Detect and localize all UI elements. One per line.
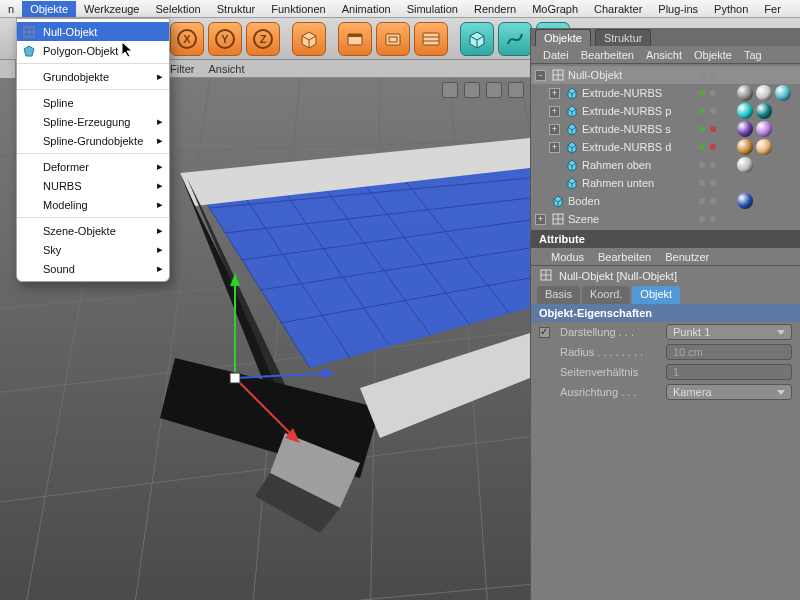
- tree-row[interactable]: Boden: [531, 192, 800, 210]
- expand-toggle[interactable]: +: [535, 214, 546, 225]
- svg-text:Y: Y: [221, 33, 229, 45]
- tree-row[interactable]: +Extrude-NURBS: [531, 84, 800, 102]
- viewport-menu-ansicht[interactable]: Ansicht: [208, 63, 244, 75]
- visibility-dots[interactable]: [699, 144, 716, 150]
- prop-darstellung[interactable]: Darstellung . . . Punkt 1: [531, 322, 800, 342]
- submenu-arrow-icon: ▸: [157, 243, 163, 256]
- visibility-dots[interactable]: [699, 90, 716, 96]
- menu-charakter[interactable]: Charakter: [586, 1, 650, 17]
- render-region-button[interactable]: [376, 22, 410, 56]
- cube-icon: [564, 157, 580, 173]
- material-tags[interactable]: [737, 121, 772, 137]
- expand-toggle[interactable]: +: [549, 88, 560, 99]
- tab-basis[interactable]: Basis: [537, 286, 580, 304]
- menu-werkzeuge[interactable]: Werkzeuge: [76, 1, 147, 17]
- tree-row[interactable]: +Extrude-NURBS p: [531, 102, 800, 120]
- menu-plug-ins[interactable]: Plug-ins: [650, 1, 706, 17]
- menu-item-grundobjekte[interactable]: Grundobjekte▸: [17, 67, 169, 86]
- menu-struktur[interactable]: Struktur: [209, 1, 264, 17]
- viewport-menu-filter[interactable]: Filter: [170, 63, 194, 75]
- menu-item-polygon-objekt[interactable]: Polygon-Objekt: [17, 41, 169, 60]
- menu-item-sound[interactable]: Sound▸: [17, 259, 169, 278]
- material-tags[interactable]: [737, 85, 791, 101]
- menu-item-null-objekt[interactable]: Null-Objekt: [17, 22, 169, 41]
- visibility-dots[interactable]: [699, 162, 716, 168]
- menu-item-szene-objekte[interactable]: Szene-Objekte▸: [17, 221, 169, 240]
- menu-item-modeling[interactable]: Modeling▸: [17, 195, 169, 214]
- om-menu-tag[interactable]: Tag: [744, 49, 762, 61]
- viewport-nav-icon[interactable]: [508, 82, 524, 98]
- visibility-dots[interactable]: [699, 198, 716, 204]
- prop-ausrichtung[interactable]: Ausrichtung . . . Kamera: [531, 382, 800, 402]
- menu-rendern[interactable]: Rendern: [466, 1, 524, 17]
- x-axis-button[interactable]: X: [170, 22, 204, 56]
- expand-toggle[interactable]: +: [549, 124, 560, 135]
- attr-menu-benutzer[interactable]: Benutzer: [665, 251, 709, 263]
- viewport-nav-icon[interactable]: [464, 82, 480, 98]
- om-menu-objekte[interactable]: Objekte: [694, 49, 732, 61]
- menu-selektion[interactable]: Selektion: [147, 1, 208, 17]
- tree-item-label: Rahmen oben: [582, 159, 651, 171]
- render-settings-button[interactable]: [414, 22, 448, 56]
- tree-row[interactable]: +Extrude-NURBS s: [531, 120, 800, 138]
- menu-simulation[interactable]: Simulation: [399, 1, 466, 17]
- tab-objekte[interactable]: Objekte: [535, 29, 591, 46]
- menu-n[interactable]: n: [0, 1, 22, 17]
- tree-item-label: Null-Objekt: [568, 69, 622, 81]
- om-menu-datei[interactable]: Datei: [543, 49, 569, 61]
- cube-icon: [550, 193, 566, 209]
- menu-funktionen[interactable]: Funktionen: [263, 1, 333, 17]
- cube-primitive-button[interactable]: [292, 22, 326, 56]
- attr-menu-bearbeiten[interactable]: Bearbeiten: [598, 251, 651, 263]
- om-menu-ansicht[interactable]: Ansicht: [646, 49, 682, 61]
- attr-menu-modus[interactable]: Modus: [551, 251, 584, 263]
- menu-fer[interactable]: Fer: [756, 1, 789, 17]
- tab-struktur[interactable]: Struktur: [595, 29, 652, 46]
- attribute-panel-header: Attribute: [531, 230, 800, 248]
- submenu-arrow-icon: ▸: [157, 179, 163, 192]
- render-button[interactable]: [338, 22, 372, 56]
- tree-row[interactable]: Rahmen unten: [531, 174, 800, 192]
- menu-animation[interactable]: Animation: [334, 1, 399, 17]
- material-tags[interactable]: [737, 103, 772, 119]
- expand-toggle[interactable]: +: [549, 142, 560, 153]
- tree-row[interactable]: +Extrude-NURBS d: [531, 138, 800, 156]
- menu-item-sky[interactable]: Sky▸: [17, 240, 169, 259]
- cube-icon: [564, 103, 580, 119]
- menu-objekte[interactable]: Objekte: [22, 1, 76, 17]
- menu-mograph[interactable]: MoGraph: [524, 1, 586, 17]
- menu-item-nurbs[interactable]: NURBS▸: [17, 176, 169, 195]
- cube-icon: [564, 85, 580, 101]
- primitive-cube-button[interactable]: [460, 22, 494, 56]
- expand-toggle[interactable]: -: [535, 70, 546, 81]
- menu-item-spline-erzeugung[interactable]: Spline-Erzeugung▸: [17, 112, 169, 131]
- tree-row[interactable]: Rahmen oben: [531, 156, 800, 174]
- attribute-object-label: Null-Objekt [Null-Objekt]: [531, 266, 800, 286]
- visibility-dots[interactable]: [699, 108, 716, 114]
- visibility-dots[interactable]: [699, 126, 716, 132]
- material-tags[interactable]: [737, 139, 772, 155]
- viewport-nav-icon[interactable]: [486, 82, 502, 98]
- z-axis-button[interactable]: Z: [246, 22, 280, 56]
- tab-objekt[interactable]: Objekt: [632, 286, 680, 304]
- tab-koord[interactable]: Koord.: [582, 286, 630, 304]
- visibility-dots[interactable]: [699, 180, 716, 186]
- spline-button[interactable]: [498, 22, 532, 56]
- menu-item-deformer[interactable]: Deformer▸: [17, 157, 169, 176]
- menu-item-spline-grundobjekte[interactable]: Spline-Grundobjekte▸: [17, 131, 169, 150]
- tree-row[interactable]: -Null-Objekt: [531, 66, 800, 84]
- tree-row[interactable]: +Szene: [531, 210, 800, 228]
- viewport-nav-icon[interactable]: [442, 82, 458, 98]
- visibility-dots[interactable]: [699, 216, 716, 222]
- y-axis-button[interactable]: Y: [208, 22, 242, 56]
- menu-python[interactable]: Python: [706, 1, 756, 17]
- object-tree[interactable]: -Null-Objekt+Extrude-NURBS+Extrude-NURBS…: [531, 64, 800, 230]
- menu-item-spline[interactable]: Spline: [17, 93, 169, 112]
- material-tags[interactable]: [737, 157, 753, 173]
- expand-toggle[interactable]: +: [549, 106, 560, 117]
- visibility-dots[interactable]: [699, 72, 716, 78]
- objekte-dropdown-menu: Null-ObjektPolygon-ObjektGrundobjekte▸Sp…: [16, 18, 170, 282]
- material-tags[interactable]: [737, 193, 753, 209]
- darstellung-checkbox[interactable]: [539, 327, 550, 338]
- om-menu-bearbeiten[interactable]: Bearbeiten: [581, 49, 634, 61]
